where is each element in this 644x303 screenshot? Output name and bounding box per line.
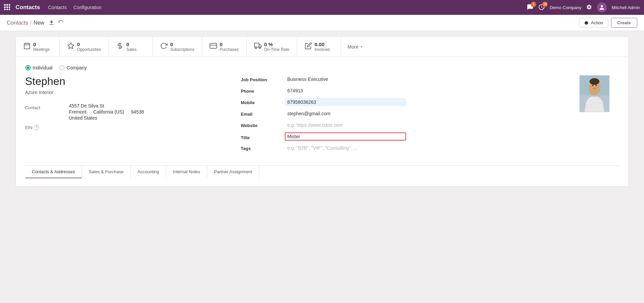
pencil-icon (305, 42, 312, 51)
tags-placeholder[interactable]: e.g. "B2B", "VIP", "Consulting", ... (285, 144, 406, 152)
stat-opportunities-text: 0 Opportunities (77, 41, 101, 52)
address-city-state: Fremont California (US) 94538 (69, 109, 227, 115)
address-zip[interactable]: 94538 (131, 109, 144, 115)
stat-invoiced[interactable]: 0.00 Invoiced (297, 37, 341, 57)
form-left: Stephen Azure Interior Contact 4557 De S… (25, 75, 227, 155)
action-label: Action (591, 20, 603, 25)
activity-badge: 38 (542, 2, 548, 7)
tab-internal-notes[interactable]: Internal Notes (166, 166, 207, 178)
address-label: Contact (25, 103, 69, 110)
svg-point-20 (259, 47, 260, 49)
address-block: 4557 De Silva St Fremont California (US)… (69, 103, 227, 121)
breadcrumb-actions: Action Create (579, 18, 637, 28)
breadcrumb-bar: Contacts / New Action Create (0, 15, 644, 31)
username-label[interactable]: Mitchell Admin (612, 5, 640, 10)
tab-partner-assignment[interactable]: Partner Assignment (207, 166, 259, 178)
title-value[interactable]: Mister (287, 134, 300, 139)
title-label: Title (241, 133, 285, 140)
top-navigation: Contacts Contacts Configuration 5 38 Dem… (0, 0, 644, 15)
company-label: Company (67, 65, 87, 70)
action-button[interactable]: Action (579, 18, 608, 28)
mobile-row: Mobile 87958036263 (241, 98, 406, 106)
stat-subscriptions[interactable]: 0 Subscriptions (153, 37, 202, 57)
job-position-row: Job Position Business Executive (241, 75, 406, 83)
stat-purchases-num: 0 (220, 41, 239, 47)
contact-type-group: Individual Company (25, 65, 619, 70)
stat-sales[interactable]: 0 Sales (109, 37, 153, 57)
more-button[interactable]: More (341, 37, 371, 57)
stat-ontime[interactable]: 0 % On-Time Rate (247, 37, 297, 57)
svg-rect-17 (254, 43, 259, 47)
apps-menu-icon[interactable] (4, 4, 10, 11)
individual-radio-circle (25, 65, 31, 70)
messages-icon[interactable]: 5 (527, 4, 533, 11)
ein-help-icon[interactable]: ? (34, 125, 39, 130)
company-name[interactable]: Demo Company (550, 5, 581, 10)
svg-rect-8 (9, 9, 10, 10)
more-label: More (348, 44, 359, 50)
tab-contacts-addresses[interactable]: Contacts & Addresses (25, 166, 82, 178)
stat-opportunities[interactable]: 0 Opportunities (60, 37, 109, 57)
job-position-value[interactable]: Business Executive (285, 75, 406, 83)
nav-configuration[interactable]: Configuration (73, 5, 101, 10)
stat-invoiced-num: 0.00 (315, 41, 330, 47)
stat-ontime-label: On-Time Rate (264, 47, 289, 52)
email-label: Email (241, 110, 285, 117)
tabs-bar: Contacts & Addresses Sales & Purchase Ac… (25, 165, 619, 178)
form-container: Stephen Azure Interior Contact 4557 De S… (25, 75, 619, 155)
contact-company[interactable]: Azure Interior (25, 90, 227, 95)
phone-value[interactable]: 674913 (285, 87, 406, 95)
discard-icon[interactable] (58, 19, 64, 27)
ein-row: EIN ? (25, 125, 227, 130)
website-label: Website (241, 121, 285, 128)
stat-sales-text: 0 Sales (126, 41, 136, 52)
stat-purchases-text: 0 Purchases (220, 41, 239, 52)
address-country[interactable]: United States (69, 115, 227, 121)
job-position-label: Job Position (241, 75, 285, 82)
create-button[interactable]: Create (611, 18, 637, 28)
settings-icon[interactable] (586, 4, 592, 11)
activity-icon[interactable]: 38 (538, 4, 545, 11)
tab-sales-purchase[interactable]: Sales & Purchase (82, 166, 130, 178)
stat-meetings[interactable]: 0 Meetings (16, 37, 60, 57)
address-row: Contact 4557 De Silva St Fremont Califor… (25, 103, 227, 121)
svg-rect-4 (6, 6, 8, 8)
tags-row: Tags e.g. "B2B", "VIP", "Consulting", ..… (241, 144, 406, 152)
tab-accounting[interactable]: Accounting (131, 166, 166, 178)
svg-rect-15 (210, 43, 217, 49)
mobile-value[interactable]: 87958036263 (285, 98, 406, 106)
tags-label: Tags (241, 144, 285, 151)
nav-links: Contacts Configuration (48, 5, 102, 10)
ein-label: EIN (25, 125, 33, 130)
stat-purchases[interactable]: 0 Purchases (202, 37, 247, 57)
svg-rect-1 (6, 4, 8, 6)
company-radio[interactable]: Company (59, 65, 87, 70)
svg-rect-0 (4, 4, 6, 6)
address-street[interactable]: 4557 De Silva St (69, 103, 227, 109)
breadcrumb-icons (49, 19, 64, 27)
stat-opportunities-num: 0 (77, 41, 101, 47)
stat-opportunities-label: Opportunities (77, 47, 101, 52)
website-placeholder[interactable]: e.g. https://www.odoo.com (285, 121, 406, 129)
svg-point-19 (255, 47, 256, 49)
phone-label: Phone (241, 87, 285, 94)
address-city[interactable]: Fremont (69, 109, 87, 115)
breadcrumb: Contacts / New (7, 20, 44, 26)
title-field-wrap: Mister (285, 132, 406, 141)
stat-ontime-num: 0 % (264, 41, 289, 47)
address-state[interactable]: California (US) (93, 109, 124, 115)
main-content: 0 Meetings 0 Opportunities 0 Sales (9, 31, 636, 192)
avatar[interactable] (597, 2, 607, 12)
form-body: Stephen Azure Interior Contact 4557 De S… (25, 75, 619, 155)
svg-rect-9 (24, 43, 30, 49)
save-manually-icon[interactable] (49, 19, 55, 27)
individual-radio[interactable]: Individual (25, 65, 53, 70)
individual-label: Individual (33, 65, 53, 70)
email-value[interactable]: stephen@gmail.com (285, 110, 406, 118)
contact-name[interactable]: Stephen (25, 75, 227, 88)
svg-rect-7 (6, 9, 8, 10)
breadcrumb-parent[interactable]: Contacts (7, 20, 28, 26)
nav-contacts[interactable]: Contacts (48, 5, 67, 10)
svg-marker-13 (67, 43, 73, 49)
card-icon (210, 42, 217, 51)
